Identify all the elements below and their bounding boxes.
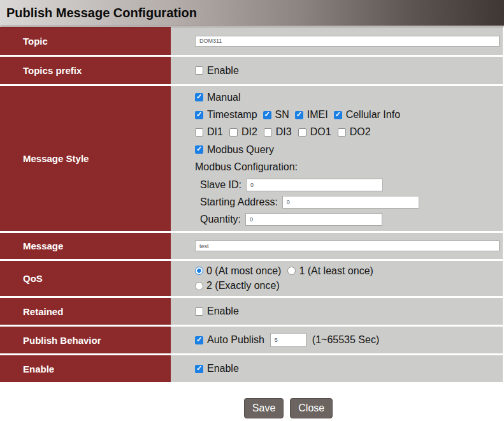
topic-input[interactable] bbox=[195, 36, 500, 47]
manual-label: Manual bbox=[207, 92, 240, 103]
auto-publish-range-hint: (1~65535 Sec) bbox=[312, 334, 379, 346]
do2-label: DO2 bbox=[350, 126, 371, 138]
di1-label: DI1 bbox=[207, 126, 223, 138]
row-publish-behavior: Publish Behavior Auto Publish (1~65535 S… bbox=[0, 327, 503, 353]
enable-label: Enable bbox=[0, 355, 171, 382]
message-style-line-io: DI1 DI2 DI3 DO1 bbox=[195, 124, 500, 141]
quantity-label: Quantity: bbox=[200, 214, 241, 225]
message-label: Message bbox=[0, 233, 171, 259]
slave-id-input[interactable] bbox=[246, 179, 383, 191]
row-topics-prefix: Topics prefix Enable bbox=[0, 57, 503, 84]
row-topic: Topic bbox=[0, 27, 503, 55]
publish-message-configuration-page: Publish Message Configuration Topic Topi… bbox=[0, 0, 504, 421]
topics-prefix-enable-label: Enable bbox=[207, 65, 239, 77]
message-input[interactable] bbox=[195, 240, 500, 251]
enable-checkbox-label: Enable bbox=[207, 363, 239, 374]
modbus-quantity-line: Quantity: bbox=[195, 211, 500, 228]
auto-publish-label: Auto Publish bbox=[207, 334, 264, 346]
modbus-slave-id-line: Slave ID: bbox=[195, 176, 500, 193]
message-style-label: Message Style bbox=[0, 86, 171, 231]
row-enable: Enable Enable bbox=[0, 355, 503, 382]
close-button[interactable]: Close bbox=[290, 398, 333, 418]
modbus-starting-address-line: Starting Address: bbox=[195, 193, 500, 211]
imei-checkbox[interactable] bbox=[295, 111, 303, 119]
di3-checkbox[interactable] bbox=[264, 128, 272, 137]
di2-checkbox[interactable] bbox=[229, 128, 238, 137]
quantity-input[interactable] bbox=[245, 213, 382, 226]
topics-prefix-enable-checkbox[interactable] bbox=[195, 66, 203, 75]
topics-prefix-label: Topics prefix bbox=[0, 57, 171, 84]
publish-behavior-label: Publish Behavior bbox=[0, 327, 171, 353]
do1-checkbox[interactable] bbox=[298, 128, 306, 137]
cellular-info-label: Cellular Info bbox=[346, 109, 400, 121]
auto-publish-checkbox[interactable] bbox=[195, 336, 203, 344]
row-message: Message bbox=[0, 233, 503, 259]
slave-id-label: Slave ID: bbox=[200, 179, 241, 191]
message-style-line-modbus-query: Modbus Query bbox=[195, 141, 500, 158]
qos-0-radio[interactable] bbox=[195, 267, 203, 275]
timestamp-checkbox[interactable] bbox=[195, 111, 203, 119]
di3-label: DI3 bbox=[276, 126, 292, 138]
di2-label: DI2 bbox=[241, 126, 257, 138]
message-style-line-manual: Manual bbox=[195, 89, 500, 106]
save-button[interactable]: Save bbox=[244, 398, 284, 418]
do2-checkbox[interactable] bbox=[338, 128, 346, 137]
auto-publish-interval-input[interactable] bbox=[270, 333, 306, 347]
retained-enable-checkbox[interactable] bbox=[195, 307, 203, 316]
cellular-info-checkbox[interactable] bbox=[334, 111, 342, 119]
retained-label: Retained bbox=[0, 298, 171, 325]
qos-1-label: 1 (At least once) bbox=[299, 265, 373, 277]
config-table: Topic Topics prefix Enable Message Style… bbox=[0, 27, 504, 382]
sn-label: SN bbox=[275, 109, 289, 121]
retained-enable-label: Enable bbox=[207, 306, 239, 317]
enable-checkbox[interactable] bbox=[195, 365, 203, 373]
qos-0-label: 0 (At most once) bbox=[206, 265, 281, 277]
row-qos: QoS 0 (At most once) 1 (At least once) bbox=[0, 261, 503, 296]
topic-label: Topic bbox=[0, 27, 171, 55]
di1-checkbox[interactable] bbox=[195, 128, 203, 137]
message-style-line-meta: Timestamp SN IMEI Cellular Info bbox=[195, 106, 500, 123]
qos-2-label: 2 (Exactly once) bbox=[206, 280, 280, 292]
do1-label: DO1 bbox=[310, 126, 331, 138]
row-retained: Retained Enable bbox=[0, 298, 503, 325]
qos-line-1: 0 (At most once) 1 (At least once) bbox=[195, 263, 500, 279]
qos-2-radio[interactable] bbox=[195, 282, 203, 290]
page-title: Publish Message Configuration bbox=[6, 6, 197, 20]
row-message-style: Message Style Manual Timestamp SN bbox=[0, 86, 503, 231]
qos-label: QoS bbox=[0, 261, 171, 296]
modbus-configuration-heading: Modbus Configuration: bbox=[195, 159, 500, 176]
sn-checkbox[interactable] bbox=[263, 111, 271, 119]
imei-label: IMEI bbox=[307, 109, 328, 121]
button-bar: Save Close bbox=[36, 398, 504, 418]
starting-address-input[interactable] bbox=[282, 196, 419, 209]
starting-address-label: Starting Address: bbox=[200, 196, 278, 208]
timestamp-label: Timestamp bbox=[207, 109, 257, 121]
qos-1-radio[interactable] bbox=[287, 267, 296, 275]
manual-checkbox[interactable] bbox=[195, 93, 203, 101]
modbus-query-label: Modbus Query bbox=[207, 144, 274, 156]
qos-line-2: 2 (Exactly once) bbox=[195, 279, 500, 294]
title-bar: Publish Message Configuration bbox=[0, 0, 504, 26]
modbus-query-checkbox[interactable] bbox=[195, 145, 203, 154]
